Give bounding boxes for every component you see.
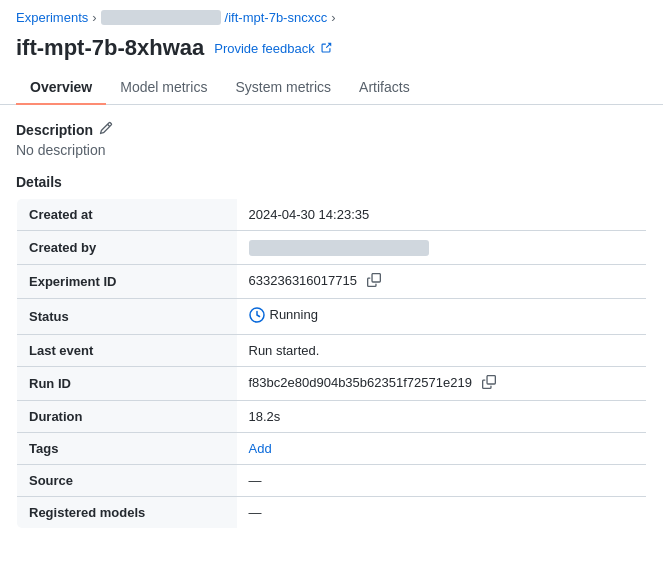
- status-text: Running: [270, 307, 318, 322]
- table-row: Experiment ID 633236316017715: [17, 264, 647, 298]
- row-label: Created by: [17, 231, 237, 265]
- row-value: 633236316017715: [237, 264, 647, 298]
- breadcrumb-sep2: ›: [331, 10, 335, 25]
- tab-bar: Overview Model metrics System metrics Ar…: [0, 71, 663, 105]
- row-label: Duration: [17, 400, 237, 432]
- edit-description-icon[interactable]: [99, 121, 113, 138]
- row-value: [237, 231, 647, 265]
- main-content: Description No description Details Creat…: [0, 105, 663, 545]
- breadcrumb-run[interactable]: /ift-mpt-7b-sncxcc: [225, 10, 328, 25]
- tab-overview[interactable]: Overview: [16, 71, 106, 105]
- table-row: Registered models —: [17, 496, 647, 528]
- row-value: —: [237, 464, 647, 496]
- table-row: Status Running: [17, 298, 647, 334]
- details-table: Created at 2024-04-30 14:23:35 Created b…: [16, 198, 647, 529]
- table-row: Last event Run started.: [17, 334, 647, 366]
- copy-experiment-id-icon[interactable]: [367, 273, 381, 290]
- external-link-icon: [320, 42, 332, 54]
- row-value: 18.2s: [237, 400, 647, 432]
- table-row: Tags Add: [17, 432, 647, 464]
- row-label: Source: [17, 464, 237, 496]
- row-label: Experiment ID: [17, 264, 237, 298]
- copy-run-id-icon[interactable]: [482, 375, 496, 392]
- row-label: Status: [17, 298, 237, 334]
- table-row: Created at 2024-04-30 14:23:35: [17, 199, 647, 231]
- breadcrumb-sep1: ›: [92, 10, 96, 25]
- add-tags-link[interactable]: Add: [249, 441, 272, 456]
- row-label: Run ID: [17, 366, 237, 400]
- description-section-title: Description: [16, 121, 647, 138]
- row-value: Run started.: [237, 334, 647, 366]
- row-value: 2024-04-30 14:23:35: [237, 199, 647, 231]
- details-section-title: Details: [16, 174, 647, 190]
- status-running: Running: [249, 307, 318, 323]
- table-row: Duration 18.2s: [17, 400, 647, 432]
- table-row: Run ID f83bc2e80d904b35b62351f72571e219: [17, 366, 647, 400]
- breadcrumb-experiments[interactable]: Experiments: [16, 10, 88, 25]
- title-row: ift-mpt-7b-8xhwaa Provide feedback: [0, 31, 663, 71]
- row-value: Add: [237, 432, 647, 464]
- row-value: f83bc2e80d904b35b62351f72571e219: [237, 366, 647, 400]
- tab-model-metrics[interactable]: Model metrics: [106, 71, 221, 105]
- row-label: Registered models: [17, 496, 237, 528]
- blurred-user: [249, 240, 429, 256]
- row-label: Last event: [17, 334, 237, 366]
- table-row: Source —: [17, 464, 647, 496]
- row-value: Running: [237, 298, 647, 334]
- experiment-id-value: 633236316017715: [249, 273, 357, 288]
- breadcrumb: Experiments › /Users/ /ift-mpt-7b-sncxcc…: [0, 0, 663, 31]
- row-label: Created at: [17, 199, 237, 231]
- breadcrumb-users: /Users/: [101, 10, 221, 25]
- page-title: ift-mpt-7b-8xhwaa: [16, 35, 204, 61]
- tab-artifacts[interactable]: Artifacts: [345, 71, 424, 105]
- provide-feedback-link[interactable]: Provide feedback: [214, 41, 331, 56]
- tab-system-metrics[interactable]: System metrics: [221, 71, 345, 105]
- clock-icon: [249, 307, 265, 323]
- table-row: Created by: [17, 231, 647, 265]
- row-label: Tags: [17, 432, 237, 464]
- row-value: —: [237, 496, 647, 528]
- no-description-text: No description: [16, 142, 647, 158]
- run-id-value: f83bc2e80d904b35b62351f72571e219: [249, 375, 472, 390]
